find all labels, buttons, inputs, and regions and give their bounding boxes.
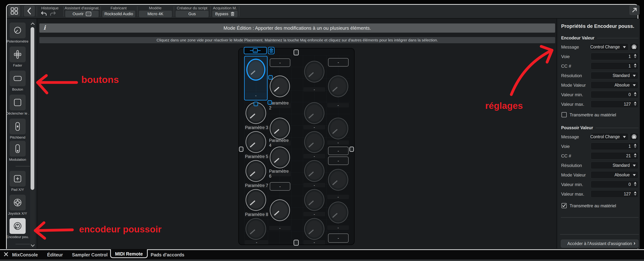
assignment-assistant-button[interactable]: Accéder à l'Assistant d'assignation › bbox=[561, 240, 638, 248]
step-up-icon[interactable] bbox=[634, 54, 636, 56]
voie-input[interactable]: 1 bbox=[591, 142, 638, 150]
selected-knob[interactable] bbox=[246, 59, 265, 81]
resize-handle[interactable] bbox=[239, 147, 244, 152]
valeur-max-input[interactable]: 127 bbox=[591, 190, 638, 198]
connector-handle[interactable] bbox=[254, 102, 258, 106]
step-up-icon[interactable] bbox=[634, 191, 636, 193]
knob[interactable] bbox=[304, 189, 324, 211]
assigned-knob[interactable] bbox=[270, 76, 290, 97]
step-down-icon[interactable] bbox=[634, 156, 636, 158]
surface-button[interactable]: - bbox=[328, 234, 348, 243]
modele-value[interactable]: Micro 4K bbox=[139, 11, 172, 17]
midi-route-button[interactable] bbox=[244, 47, 267, 54]
knob[interactable] bbox=[304, 160, 324, 182]
connector-handle[interactable] bbox=[268, 75, 273, 80]
step-down-icon[interactable] bbox=[634, 194, 636, 196]
valeur-max-input[interactable]: 127 bbox=[591, 100, 638, 108]
knob[interactable] bbox=[328, 202, 348, 223]
transmit-checkbox[interactable] bbox=[562, 203, 567, 208]
value-stepper[interactable] bbox=[634, 182, 636, 186]
resize-handle[interactable] bbox=[350, 147, 354, 152]
tab-mixconsole[interactable]: MixConsole bbox=[12, 251, 38, 259]
undo-button[interactable] bbox=[40, 11, 48, 17]
close-lower-zone-button[interactable] bbox=[4, 252, 8, 256]
sidebar-item-d-clencher-le[interactable] bbox=[10, 94, 26, 110]
assigned-knob[interactable] bbox=[246, 160, 266, 182]
voie-input[interactable]: 1 bbox=[591, 53, 638, 60]
midi-monitor-button[interactable] bbox=[630, 43, 638, 50]
mode-valeur-dropdown[interactable]: Absolue bbox=[591, 82, 638, 89]
assigned-knob[interactable] bbox=[270, 200, 290, 221]
knob[interactable] bbox=[304, 131, 324, 153]
sidebar-item-potentiom-tre[interactable] bbox=[10, 22, 26, 38]
surface-button[interactable]: - bbox=[328, 156, 348, 165]
surface-button[interactable]: - bbox=[270, 58, 290, 67]
open-assistant-button[interactable]: Ouvrir bbox=[65, 11, 98, 17]
knob[interactable] bbox=[246, 218, 266, 240]
value-stepper[interactable] bbox=[634, 144, 636, 148]
valeur-min-input[interactable]: 0 bbox=[591, 91, 638, 98]
value-stepper[interactable] bbox=[634, 153, 636, 158]
delete-element-button[interactable] bbox=[268, 47, 274, 54]
back-button[interactable] bbox=[24, 6, 35, 16]
transmit-checkbox[interactable] bbox=[562, 112, 567, 117]
step-up-icon[interactable] bbox=[634, 102, 636, 103]
selected-element[interactable]: - bbox=[244, 56, 268, 100]
knob[interactable] bbox=[304, 218, 324, 240]
surface-button[interactable]: - bbox=[270, 182, 290, 190]
resize-handle[interactable] bbox=[294, 240, 299, 246]
step-up-icon[interactable] bbox=[634, 153, 636, 155]
sidebar-item-encodeur-pou[interactable] bbox=[10, 218, 26, 234]
knob[interactable] bbox=[304, 61, 324, 82]
redo-button[interactable] bbox=[49, 11, 57, 17]
tab-diteur[interactable]: Éditeur bbox=[46, 251, 64, 259]
bypass-button[interactable]: Bypass bbox=[212, 11, 238, 17]
value-stepper[interactable] bbox=[634, 102, 636, 106]
step-up-icon[interactable] bbox=[634, 144, 636, 146]
step-down-icon[interactable] bbox=[634, 104, 636, 106]
valeur-min-input[interactable]: 0 bbox=[591, 181, 638, 188]
tab-pads-d-accords[interactable]: Pads d'accords bbox=[151, 251, 184, 259]
assigned-knob[interactable] bbox=[270, 118, 290, 139]
sidebar-item-bouton[interactable] bbox=[10, 70, 26, 86]
sidebar-item-joystick-x-y[interactable] bbox=[10, 195, 26, 210]
connector-handle[interactable] bbox=[268, 100, 272, 105]
value-stepper[interactable] bbox=[634, 191, 636, 196]
assigned-knob[interactable] bbox=[270, 147, 290, 168]
r-solution-dropdown[interactable]: Standard bbox=[591, 162, 638, 169]
value-stepper[interactable] bbox=[634, 64, 636, 68]
value-stepper[interactable] bbox=[634, 92, 636, 96]
scrollbar-thumb[interactable] bbox=[30, 27, 34, 190]
tab-sampler-control[interactable]: Sampler Control bbox=[72, 251, 108, 259]
createur-value[interactable]: Gus bbox=[176, 11, 208, 17]
step-down-icon[interactable] bbox=[634, 146, 636, 148]
knob[interactable] bbox=[328, 118, 348, 139]
fabricant-value[interactable]: Rocksolid Audio bbox=[102, 11, 135, 17]
surface-button[interactable]: - bbox=[328, 147, 348, 155]
sidebar-item-fader[interactable] bbox=[10, 46, 26, 62]
message-dropdown[interactable]: Control Change bbox=[591, 43, 628, 50]
cc-input[interactable]: 21 bbox=[591, 152, 638, 160]
step-up-icon[interactable] bbox=[634, 182, 636, 184]
step-up-icon[interactable] bbox=[634, 64, 636, 65]
resize-handle[interactable] bbox=[294, 50, 299, 55]
sidebar-item-pad-x-y[interactable] bbox=[10, 171, 26, 186]
message-dropdown[interactable]: Control Change bbox=[591, 133, 628, 140]
assigned-knob[interactable] bbox=[246, 189, 266, 211]
knob[interactable] bbox=[328, 76, 348, 97]
step-up-icon[interactable] bbox=[634, 92, 636, 94]
step-down-icon[interactable] bbox=[634, 184, 636, 186]
cc-input[interactable]: 1 bbox=[591, 62, 638, 70]
assigned-knob[interactable] bbox=[246, 131, 266, 153]
knob[interactable] bbox=[304, 102, 324, 124]
sidebar-item-modulation[interactable] bbox=[10, 141, 26, 156]
step-down-icon[interactable] bbox=[634, 94, 636, 96]
surface-button[interactable]: - bbox=[328, 58, 348, 66]
r-solution-dropdown[interactable]: Standard bbox=[591, 72, 638, 79]
mode-valeur-dropdown[interactable]: Absolue bbox=[591, 171, 638, 178]
sidebar-item-pitchbend[interactable] bbox=[10, 118, 26, 134]
value-stepper[interactable] bbox=[634, 54, 636, 58]
tab-midi-remote[interactable]: MIDI Remote bbox=[110, 249, 148, 258]
open-in-window-button[interactable] bbox=[629, 5, 640, 15]
midi-monitor-button[interactable] bbox=[630, 133, 638, 140]
